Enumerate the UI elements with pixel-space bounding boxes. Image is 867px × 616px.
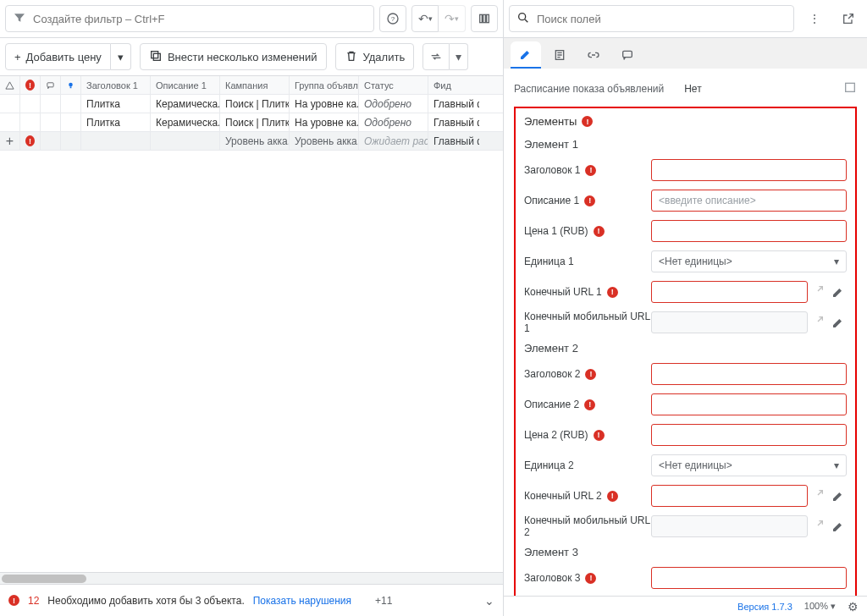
svg-rect-13 bbox=[846, 83, 855, 91]
delete-button[interactable]: Удалить bbox=[335, 43, 415, 70]
redo-button: ↷▾ bbox=[439, 5, 466, 32]
search-box[interactable] bbox=[509, 5, 794, 32]
col-campaign[interactable]: Кампания bbox=[220, 76, 290, 94]
filter-input[interactable] bbox=[33, 13, 367, 25]
help-button[interactable]: ? bbox=[379, 5, 406, 32]
schedule-value[interactable]: Нет bbox=[684, 83, 843, 95]
svg-rect-5 bbox=[152, 51, 158, 58]
col-status[interactable]: Статус bbox=[359, 76, 428, 94]
pencil-icon[interactable] bbox=[830, 314, 847, 331]
more-button[interactable]: ⋮ bbox=[801, 5, 828, 32]
field-label: Цена 1 (RUB)! bbox=[524, 225, 651, 237]
replace-caret[interactable]: ▾ bbox=[450, 43, 468, 70]
h-scrollbar[interactable] bbox=[0, 572, 503, 584]
field-row: Цена 1 (RUB)! bbox=[524, 218, 847, 244]
tab-link[interactable] bbox=[578, 41, 609, 69]
field-label: Заголовок 2! bbox=[524, 368, 651, 380]
replace-button[interactable] bbox=[422, 43, 450, 70]
version-label[interactable]: Версия 1.7.3 bbox=[737, 602, 792, 612]
stack-icon bbox=[149, 49, 163, 65]
text-input[interactable] bbox=[651, 159, 847, 181]
field-label: Заголовок 1! bbox=[524, 164, 651, 176]
text-input[interactable] bbox=[651, 220, 847, 242]
field-label: Конечный мобильный URL 2 bbox=[524, 514, 651, 538]
col-group[interactable]: Группа объявл... bbox=[290, 76, 359, 94]
col-headline1[interactable]: Заголовок 1 bbox=[81, 76, 151, 94]
field-row: Заголовок 2! bbox=[524, 361, 847, 387]
tab-comment[interactable] bbox=[612, 41, 643, 69]
violations-bar: ! 12 Необходимо добавить хотя бы 3 объек… bbox=[0, 584, 503, 616]
col-comment[interactable] bbox=[41, 76, 61, 94]
tab-edit[interactable] bbox=[511, 41, 541, 69]
chevron-down-icon[interactable]: ⌄ bbox=[484, 594, 494, 608]
svg-point-8 bbox=[69, 82, 73, 86]
col-bulb[interactable] bbox=[61, 76, 81, 94]
add-price-caret[interactable]: ▾ bbox=[111, 43, 131, 70]
tab-preview[interactable] bbox=[544, 41, 575, 69]
summary-row[interactable]: + ! Уровень акка... Уровень акка... Ожид… bbox=[0, 132, 503, 151]
pencil-icon[interactable] bbox=[830, 283, 847, 300]
chevron-down-icon: ▾ bbox=[834, 256, 839, 267]
col-desc1[interactable]: Описание 1 bbox=[151, 76, 220, 94]
field-row: Конечный URL 1! bbox=[524, 279, 847, 305]
field-label: Конечный мобильный URL 1 bbox=[524, 311, 651, 334]
open-link-icon bbox=[811, 488, 826, 504]
gear-icon[interactable]: ⚙ bbox=[848, 600, 859, 613]
error-icon: ! bbox=[8, 595, 19, 606]
url-input[interactable] bbox=[651, 281, 808, 303]
url-input[interactable] bbox=[651, 485, 808, 507]
field-row: Конечный URL 2! bbox=[524, 483, 847, 509]
svg-rect-4 bbox=[487, 14, 489, 22]
element-header: Элемент 1 bbox=[524, 138, 847, 151]
svg-point-10 bbox=[519, 13, 526, 19]
svg-rect-7 bbox=[47, 82, 53, 86]
field-label: Цена 2 (RUB)! bbox=[524, 429, 651, 441]
col-feed[interactable]: Фид bbox=[428, 76, 479, 94]
field-label: Единица 2 bbox=[524, 459, 651, 471]
show-violations-link[interactable]: Показать нарушения bbox=[253, 595, 351, 607]
open-link-icon bbox=[811, 284, 826, 300]
text-input[interactable] bbox=[651, 567, 847, 589]
select-input[interactable]: <Нет единицы>▾ bbox=[651, 454, 847, 476]
detail-tabs bbox=[504, 38, 867, 69]
text-input[interactable] bbox=[651, 190, 847, 212]
chevron-down-icon: ▾ bbox=[834, 459, 839, 471]
table-row[interactable]: Плитка Керамическа... Поиск | Плитк... Н… bbox=[0, 95, 503, 113]
calendar-icon[interactable] bbox=[843, 80, 857, 96]
bulk-edit-button[interactable]: Внести несколько изменений bbox=[140, 43, 327, 70]
zoom-level[interactable]: 100% ▾ bbox=[804, 601, 836, 612]
plus-icon[interactable]: + bbox=[6, 134, 14, 149]
text-input[interactable] bbox=[651, 393, 847, 415]
field-label: Заголовок 3! bbox=[524, 572, 651, 584]
field-label: Конечный URL 1! bbox=[524, 286, 651, 298]
url-input-disabled bbox=[651, 311, 808, 333]
columns-button[interactable] bbox=[471, 5, 498, 32]
data-table: ! Заголовок 1 Описание 1 Кампания Группа… bbox=[0, 76, 503, 572]
pencil-icon[interactable] bbox=[830, 518, 847, 535]
elements-panel: Элементы ! Элемент 1Заголовок 1!Описание… bbox=[514, 107, 857, 616]
svg-text:?: ? bbox=[391, 15, 395, 23]
error-icon: ! bbox=[585, 165, 596, 176]
undo-button[interactable]: ↶▾ bbox=[411, 5, 439, 32]
text-input[interactable] bbox=[651, 363, 847, 385]
field-label: Описание 1! bbox=[524, 195, 651, 206]
table-row[interactable]: Плитка Керамическа... Поиск | Плитк... Н… bbox=[0, 113, 503, 132]
filter-box[interactable] bbox=[5, 5, 374, 32]
popout-button[interactable] bbox=[835, 5, 862, 32]
select-input[interactable]: <Нет единицы>▾ bbox=[651, 250, 847, 272]
error-icon: ! bbox=[25, 135, 35, 146]
field-row: Описание 2! bbox=[524, 392, 847, 417]
add-price-button[interactable]: +Добавить цену bbox=[5, 43, 111, 70]
text-input[interactable] bbox=[651, 424, 847, 446]
col-warn[interactable] bbox=[0, 76, 20, 94]
field-row: Цена 2 (RUB)! bbox=[524, 422, 847, 448]
svg-rect-3 bbox=[483, 14, 486, 22]
pencil-icon[interactable] bbox=[830, 487, 847, 504]
search-input[interactable] bbox=[537, 13, 787, 25]
trash-icon bbox=[345, 49, 358, 65]
field-row: Единица 2<Нет единицы>▾ bbox=[524, 453, 847, 478]
field-label: Единица 1 bbox=[524, 256, 651, 267]
filter-icon bbox=[13, 11, 26, 27]
error-icon: ! bbox=[607, 491, 618, 502]
col-error[interactable]: ! bbox=[20, 76, 41, 94]
